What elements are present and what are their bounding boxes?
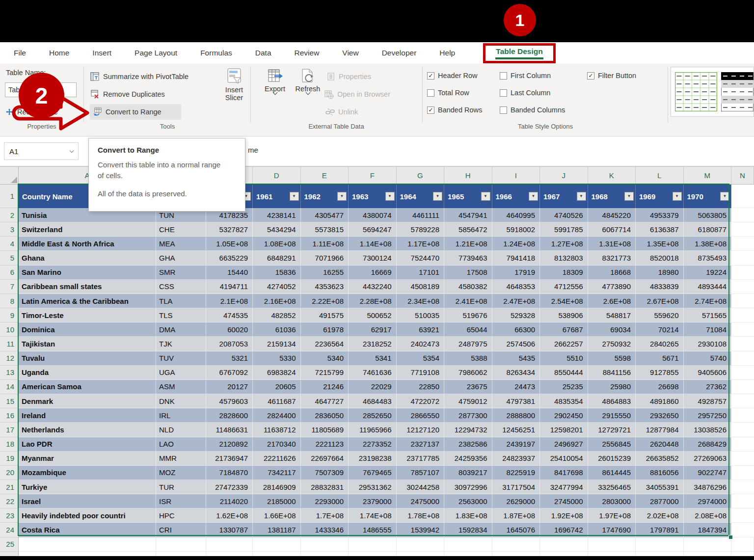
filter-dropdown-icon[interactable]: ▼ (337, 192, 347, 201)
cell-L6[interactable]: 18980 (636, 266, 684, 280)
cell-G19[interactable]: 23717785 (397, 452, 445, 466)
row-header-6[interactable]: 6 (0, 266, 19, 280)
cell-E17[interactable]: 11805689 (301, 423, 349, 437)
row-header-16[interactable]: 16 (0, 408, 19, 423)
cell-D17[interactable]: 11638712 (253, 423, 301, 437)
column-header-D[interactable]: D (253, 167, 301, 185)
cell-B7[interactable]: CSS (156, 280, 206, 294)
export-button[interactable]: Export (259, 68, 291, 94)
cell-J1-year-header[interactable]: 1967▼ (540, 185, 588, 208)
name-box-chevron[interactable] (70, 149, 74, 153)
cell-C19[interactable]: 21736947 (206, 452, 253, 466)
cell-K2[interactable]: 4845220 (588, 208, 636, 222)
cell-K20[interactable]: 8614445 (588, 466, 636, 480)
cell-D26[interactable] (253, 552, 301, 556)
row-header-4[interactable]: 4 (0, 237, 19, 251)
cell-I5[interactable]: 7941418 (492, 251, 540, 265)
cell-C13[interactable]: 6767092 (206, 366, 253, 380)
cell-C21[interactable]: 27472339 (206, 480, 253, 494)
cell-B6[interactable]: SMR (156, 266, 206, 280)
cell-G12[interactable]: 5354 (397, 351, 445, 366)
cell-F15[interactable]: 4684483 (349, 394, 397, 408)
cell-E12[interactable]: 5340 (301, 351, 349, 366)
cell-N12[interactable] (731, 351, 754, 366)
cell-L17[interactable]: 12877984 (636, 423, 684, 437)
cell-C23[interactable]: 1.62E+08 (206, 508, 253, 523)
checkbox-banded-rows[interactable]: ✓Banded Rows (427, 105, 482, 115)
cell-G10[interactable]: 63921 (397, 322, 445, 337)
cell-K14[interactable]: 25980 (588, 380, 636, 394)
cell-H15[interactable]: 4759012 (444, 394, 492, 408)
cell-H13[interactable]: 7986062 (444, 366, 492, 380)
cell-L5[interactable]: 8520018 (636, 251, 684, 265)
cell-L9[interactable]: 559620 (636, 308, 684, 322)
cell-C24[interactable]: 1330787 (206, 523, 253, 537)
cell-K1-year-header[interactable]: 1968▼ (588, 185, 636, 208)
cell-B17[interactable]: NLD (156, 423, 206, 437)
cell-E18[interactable]: 2221123 (301, 437, 349, 452)
cell-I18[interactable]: 2439197 (492, 437, 540, 452)
cell-F11[interactable]: 2318252 (349, 337, 397, 351)
cell-H2[interactable]: 4547941 (444, 208, 492, 222)
column-header-K[interactable]: K (588, 167, 636, 185)
cell-H8[interactable]: 2.41E+08 (444, 294, 492, 308)
cell-F19[interactable]: 23198238 (349, 452, 397, 466)
cell-A15[interactable]: Denmark (19, 394, 156, 408)
row-header-11[interactable]: 11 (0, 337, 19, 351)
cell-F12[interactable]: 5341 (349, 351, 397, 366)
tab-table-design[interactable]: Table Design (483, 43, 556, 63)
checkbox-box[interactable]: ✓ (587, 72, 594, 80)
cell-F5[interactable]: 7300124 (349, 251, 397, 265)
cell-M12[interactable]: 5740 (684, 351, 732, 366)
cell-K5[interactable]: 8321773 (588, 251, 636, 265)
cell-D24[interactable]: 1381187 (253, 523, 301, 537)
cell-I1-year-header[interactable]: 1966▼ (492, 185, 540, 208)
cell-L12[interactable]: 5671 (636, 351, 684, 366)
cell-E22[interactable]: 2293000 (301, 494, 349, 508)
cell-H11[interactable]: 2487975 (444, 337, 492, 351)
cell-M1-year-header[interactable]: 1970▼ (684, 185, 732, 208)
cell-D25[interactable] (253, 537, 301, 552)
cell-C3[interactable]: 5327827 (206, 222, 253, 237)
cell-H6[interactable]: 17508 (444, 266, 492, 280)
filter-dropdown-icon[interactable]: ▼ (433, 192, 442, 201)
cell-A8[interactable]: Latin America & the Caribbean (19, 294, 156, 308)
column-header-L[interactable]: L (636, 167, 684, 185)
cell-K18[interactable]: 2556845 (588, 437, 636, 452)
cell-L25[interactable] (636, 537, 684, 552)
cell-K24[interactable]: 1747690 (588, 523, 636, 537)
row-header-17[interactable]: 17 (0, 423, 19, 437)
cell-H1-year-header[interactable]: 1965▼ (444, 185, 492, 208)
cell-H20[interactable]: 8039217 (444, 466, 492, 480)
cell-M11[interactable]: 2930108 (684, 337, 732, 351)
cell-N18[interactable] (731, 437, 754, 452)
cell-E5[interactable]: 7071966 (301, 251, 349, 265)
cell-N25[interactable] (731, 537, 754, 552)
cell-K8[interactable]: 2.6E+08 (588, 294, 636, 308)
cell-K26[interactable] (588, 552, 636, 556)
cell-N23[interactable] (731, 508, 754, 523)
checkbox-box[interactable]: ✓ (427, 107, 434, 114)
cell-J3[interactable]: 5991785 (540, 222, 588, 237)
cell-J5[interactable]: 8132803 (540, 251, 588, 265)
cell-B24[interactable]: CRI (156, 523, 206, 537)
cell-A17[interactable]: Netherlands (19, 423, 156, 437)
cell-L26[interactable] (636, 552, 684, 556)
cell-E15[interactable]: 4647727 (301, 394, 349, 408)
cell-I23[interactable]: 1.87E+08 (492, 508, 540, 523)
cell-J24[interactable]: 1696742 (540, 523, 588, 537)
cell-I9[interactable]: 529328 (492, 308, 540, 322)
menu-tab-data[interactable]: Data (255, 49, 271, 57)
cell-E6[interactable]: 16255 (301, 266, 349, 280)
cell-N10[interactable] (731, 322, 754, 337)
cell-C12[interactable]: 5321 (206, 351, 253, 366)
cell-L13[interactable]: 9127855 (636, 366, 684, 380)
cell-B26[interactable] (156, 552, 206, 556)
row-header-3[interactable]: 3 (0, 222, 19, 237)
row-header-14[interactable]: 14 (0, 380, 19, 394)
cell-C7[interactable]: 4194711 (206, 280, 253, 294)
row-header-9[interactable]: 9 (0, 308, 19, 322)
cell-C18[interactable]: 2120892 (206, 437, 253, 452)
cell-C17[interactable]: 11486631 (206, 423, 253, 437)
cell-J7[interactable]: 4712556 (540, 280, 588, 294)
